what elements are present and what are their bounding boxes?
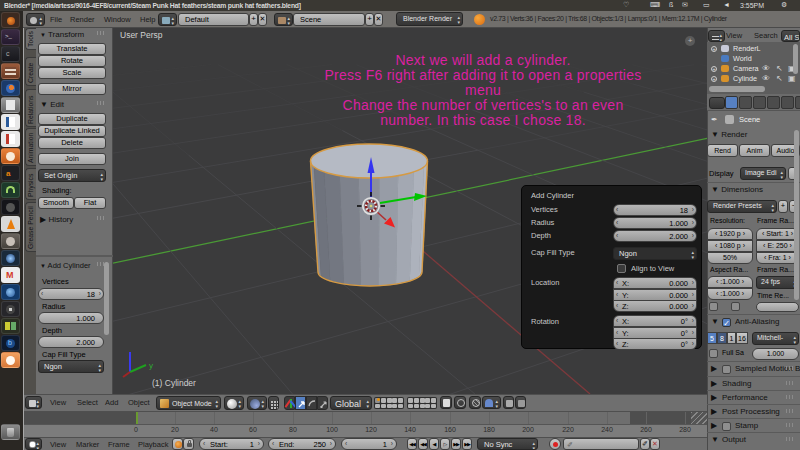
svg-text:y: y xyxy=(149,361,153,370)
